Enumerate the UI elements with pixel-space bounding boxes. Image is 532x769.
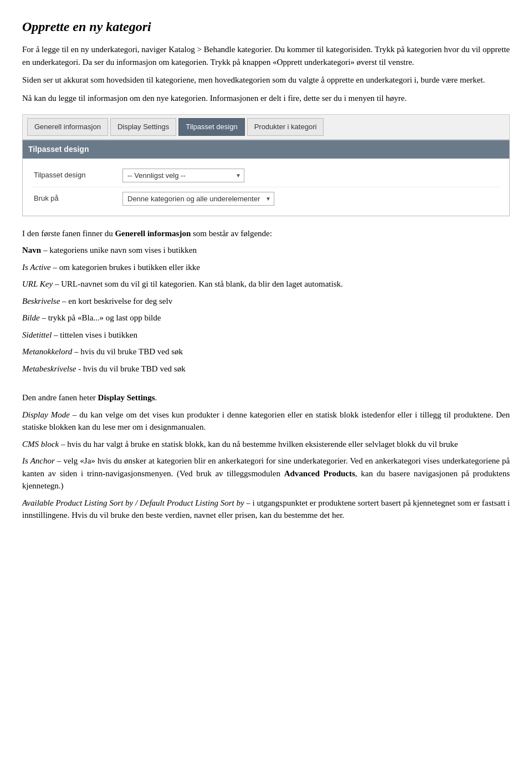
form-label-brukpaa: Bruk på — [34, 193, 122, 204]
generell-section: I den første fanen finner du Generell in… — [22, 227, 510, 375]
tilpasset-design-panel: Tilpasset design Tilpasset design -- Ven… — [22, 140, 510, 216]
available-sort-item: Available Product Listing Sort by / Defa… — [22, 497, 510, 522]
second-paragraph: Siden ser ut akkurat som hovedsiden til … — [22, 74, 510, 86]
generell-bilde: Bilde – trykk på «Bla...» og last opp bi… — [22, 312, 510, 324]
generell-intro: I den første fanen finner du Generell in… — [22, 227, 510, 240]
panel-body: Tilpasset design -- Vennligst velg -- Br… — [23, 159, 509, 216]
panel-header: Tilpasset design — [23, 140, 509, 159]
generell-metabeskrivelse: Metabeskrivelse - hvis du vil bruke TBD … — [22, 363, 510, 375]
advanced-products-bold: Advanced Products — [284, 469, 355, 478]
display-settings-section: Den andre fanen heter Display Settings. … — [22, 391, 510, 522]
generell-intro-text: I den første fanen finner du — [22, 229, 115, 238]
term-metanokkelord: Metanokkelord — [22, 347, 72, 356]
term-available-sort: Available Product Listing Sort by / Defa… — [22, 498, 244, 507]
brukpaa-select[interactable]: Denne kategorien og alle underelementer — [122, 192, 274, 206]
term-cms-block: CMS block — [22, 440, 59, 449]
generell-metanokkelord: Metanokkelord – hvis du vil bruke TBD ve… — [22, 345, 510, 358]
generell-intro-rest: som består av følgende: — [191, 229, 272, 238]
term-beskrivelse: Beskrivelse — [22, 297, 60, 305]
term-display-mode: Display Mode — [22, 410, 70, 419]
select-wrapper-brukpaa: Denne kategorien og alle underelementer — [122, 192, 274, 206]
form-label-tilpasset: Tilpasset design — [34, 170, 122, 181]
intro-paragraph: For å legge til en ny underkategori, nav… — [22, 43, 510, 68]
display-mode-item: Display Mode – du kan velge om det vises… — [22, 409, 510, 434]
term-metabeskrivelse: Metabeskrivelse — [22, 364, 76, 373]
generell-sidetittel: Sidetittel – tittelen vises i butikken — [22, 329, 510, 342]
term-urlkey: URL Key — [22, 279, 53, 288]
generell-beskrivelse: Beskrivelse – en kort beskrivelse for de… — [22, 295, 510, 308]
tab-tilpasset-design[interactable]: Tilpasset design — [178, 118, 244, 136]
term-sidetittel: Sidetittel — [22, 330, 52, 339]
form-row-tilpasset: Tilpasset design -- Vennligst velg -- — [32, 164, 500, 187]
form-control-brukpaa: Denne kategorien og alle underelementer — [122, 192, 498, 206]
generell-navn: Navn – kategoriens unike navn som vises … — [22, 244, 510, 257]
term-is-anchor: Is Anchor — [22, 456, 55, 465]
form-control-tilpasset: -- Vennligst velg -- — [122, 169, 498, 182]
tab-produkter[interactable]: Produkter i kategori — [247, 118, 324, 136]
select-wrapper-tilpasset: -- Vennligst velg -- — [122, 169, 244, 182]
display-settings-intro: Den andre fanen heter Display Settings. — [22, 391, 510, 404]
tab-generell[interactable]: Generell informasjon — [27, 118, 108, 136]
generell-intro-bold: Generell informasjon — [115, 229, 191, 238]
tab-display-settings[interactable]: Display Settings — [110, 118, 176, 136]
display-intro-text: Den andre fanen heter — [22, 393, 98, 402]
is-anchor-item: Is Anchor – velg «Ja» hvis du ønsker at … — [22, 455, 510, 492]
generell-urlkey: URL Key – URL-navnet som du vil gi til k… — [22, 278, 510, 291]
display-intro-rest: . — [155, 393, 157, 402]
third-paragraph: Nå kan du legge til informasjon om den n… — [22, 92, 510, 105]
term-bilde: Bilde — [22, 313, 40, 322]
term-isactive: Is Active — [22, 263, 51, 272]
spacer-1 — [22, 383, 510, 391]
tilpasset-select[interactable]: -- Vennligst velg -- — [122, 169, 244, 182]
display-intro-bold: Display Settings — [98, 393, 155, 402]
cms-block-item: CMS block – hvis du har valgt å bruke en… — [22, 438, 510, 451]
tab-bar: Generell informasjon Display Settings Ti… — [22, 114, 510, 140]
term-navn: Navn — [22, 246, 41, 254]
generell-isactive: Is Active – om kategorien brukes i butik… — [22, 261, 510, 274]
page-title: Opprette en ny kategori — [22, 17, 510, 37]
form-row-brukpaa: Bruk på Denne kategorien og alle underel… — [32, 187, 500, 210]
